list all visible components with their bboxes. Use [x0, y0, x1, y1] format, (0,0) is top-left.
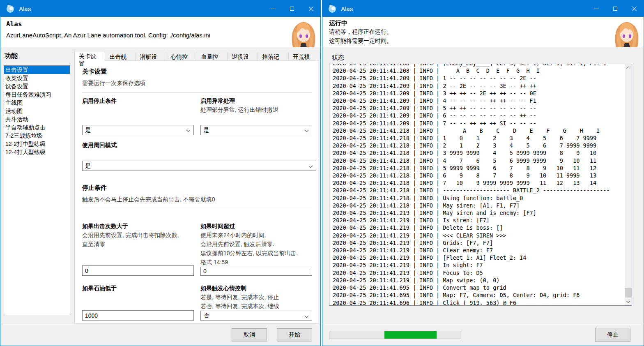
log-line: 2020-04-25 20:11:41.208 | INFO | A B C D…	[333, 67, 625, 74]
loop-mode-select[interactable]: 是	[82, 161, 316, 171]
window-title: Alas	[19, 5, 31, 12]
running-window: Alas 运行中 请稍等，程序正在运行。 这可能将需要一定时间。 状态	[322, 0, 644, 346]
minimize-button[interactable]	[264, 0, 283, 17]
sidebar-item[interactable]: 出击设置	[4, 66, 70, 74]
run-status-title: 运行中	[329, 19, 347, 27]
titlebar[interactable]: Alas	[322, 0, 644, 17]
log-box[interactable]: 2020-04-25 20:11:41.208 | INFO | [enemy_…	[329, 64, 632, 306]
log-scrollbar[interactable]	[625, 64, 632, 305]
maximize-button[interactable]	[283, 0, 301, 17]
close-button[interactable]	[301, 0, 320, 17]
log-line: 2020-04-25 20:11:41.209 | INFO | 3 ++ ++…	[333, 90, 625, 97]
log-content[interactable]: 2020-04-25 20:11:41.208 | INFO | [enemy_…	[329, 64, 625, 305]
scrollbar-thumb[interactable]	[625, 288, 632, 298]
log-line: 2020-04-25 20:11:41.219 | INFO | In sigh…	[333, 261, 625, 269]
sidebar-item[interactable]: 共斗活动	[4, 115, 70, 123]
function-listbox[interactable]: 出击设置 收菜设置 设备设置 每日任务困难演习 主线图 活动图 共斗活动 半自动…	[4, 65, 70, 315]
tab[interactable]: 退役设置	[228, 52, 258, 61]
start-button[interactable]: 开始	[277, 328, 312, 341]
enable-exception-select[interactable]: 是	[200, 125, 312, 135]
if-count-input[interactable]: 0	[82, 265, 194, 276]
tab[interactable]: 掉落记录	[258, 52, 288, 61]
log-line: 2020-04-25 20:11:41.209 | INFO | 2 -- 2E…	[333, 82, 625, 90]
log-line: 2020-04-25 20:11:41.696 | INFO | Click (…	[333, 299, 625, 306]
if-time-label: 如果时间超过	[200, 222, 312, 231]
log-line: 2020-04-25 20:11:41.208 | INFO | [enemy_…	[333, 64, 625, 67]
log-line: 2020-04-25 20:11:41.219 | INFO | <<< CLE…	[333, 232, 625, 239]
tab-strip[interactable]: 关卡设置 出击舰队 潜艇设置 心情控制 血量控制 退役设置 掉落记录 开荒模式	[74, 51, 319, 61]
tab[interactable]: 开荒模式	[289, 52, 319, 61]
footer-divider	[322, 324, 644, 324]
if-count-label: 如果出击次数大于	[82, 222, 194, 231]
stop-section-desc: 触发后不会马上停止会先完成当前出击, 不需要就填0	[82, 196, 312, 203]
maximize-button[interactable]	[606, 0, 625, 17]
cancel-button[interactable]: 取消	[232, 328, 267, 341]
if-oil-label: 如果石油低于	[82, 284, 194, 293]
tab[interactable]: 潜艇设置	[136, 52, 166, 61]
sidebar-item[interactable]: 每日任务困难演习	[4, 90, 70, 99]
log-line: 2020-04-25 20:11:41.218 | INFO | 1 0 1 2…	[333, 134, 625, 142]
run-status-line1: 请稍等，程序正在运行。	[329, 28, 392, 36]
log-line: 2020-04-25 20:11:41.695 | INFO | Map: F7…	[333, 291, 625, 299]
stop-button[interactable]: 停止	[595, 328, 630, 342]
section-desc: 需要运行一次来保存选项	[82, 80, 312, 87]
if-time-desc2: 会沿用先前设置, 触发后清零.	[200, 240, 312, 249]
if-time-input[interactable]: 0	[200, 267, 312, 276]
log-line: 2020-04-25 20:11:41.219 | INFO | May sir…	[333, 209, 625, 217]
if-oil-input[interactable]: 1000	[82, 310, 194, 321]
log-line: 2020-04-25 20:11:41.219 | INFO | Is sire…	[333, 217, 625, 224]
status-label: 状态	[332, 54, 344, 62]
log-line: 2020-04-25 20:11:41.209 | INFO | 1 -- --…	[333, 74, 625, 82]
loop-mode-label: 使用周回模式	[82, 141, 312, 150]
chevron-up-icon	[626, 67, 630, 71]
stop-section-title: 停止条件	[82, 184, 312, 192]
scroll-up-button[interactable]	[625, 64, 632, 71]
app-subtitle: AzurLaneAutoScript, An Azur Lane automat…	[6, 32, 210, 39]
avatar	[289, 18, 318, 47]
settings-tab-control: 关卡设置 出击舰队 潜艇设置 心情控制 血量控制 退役设置 掉落记录 开荒模式 …	[74, 51, 319, 324]
log-line: 2020-04-25 20:11:41.218 | INFO | 6 9 8 7…	[333, 172, 625, 179]
tab[interactable]: 关卡设置	[74, 51, 105, 61]
sidebar-item[interactable]: 7-2三战拣垃圾	[4, 131, 70, 140]
minimize-icon	[594, 9, 599, 9]
sidebar-item[interactable]: 主线图	[4, 99, 70, 107]
chevron-down-icon	[626, 299, 630, 303]
log-line: 2020-04-25 20:11:41.219 | INFO | Clear e…	[333, 247, 625, 254]
sidebar-item[interactable]: 12-4打大型练级	[4, 148, 70, 156]
close-button[interactable]	[625, 0, 644, 17]
titlebar[interactable]: Alas	[0, 0, 320, 17]
if-emotion-desc1: 若是, 等待回复, 完成本次, 停止	[200, 293, 312, 302]
tab[interactable]: 心情控制	[166, 52, 197, 61]
log-line: 2020-04-25 20:11:41.218 | INFO | May sir…	[333, 202, 625, 209]
tab[interactable]: 出击舰队	[105, 52, 136, 61]
sidebar-item[interactable]: 活动图	[4, 107, 70, 115]
enable-stop-select[interactable]: 是	[82, 125, 194, 135]
minimize-button[interactable]	[587, 0, 606, 17]
close-icon	[308, 6, 314, 12]
chevron-down-icon	[309, 164, 313, 168]
app-header: Alas AzurLaneAutoScript, An Azur Lane au…	[0, 17, 320, 48]
if-emotion-select[interactable]: 否	[200, 311, 312, 321]
enable-stop-value: 是	[85, 127, 91, 134]
log-line: 2020-04-25 20:11:41.218 | INFO | -------…	[333, 187, 625, 194]
alas-logo-icon	[6, 4, 15, 13]
log-line: 2020-04-25 20:11:41.219 | INFO | [Fleet_…	[333, 254, 625, 261]
chevron-down-icon	[305, 314, 309, 318]
enable-exception-value: 是	[203, 127, 209, 134]
log-line: 2020-04-25 20:11:41.218 | INFO | A B C D…	[333, 127, 625, 134]
app-title: Alas	[6, 20, 22, 28]
sidebar-item[interactable]: 半自动辅助点击	[4, 123, 70, 131]
scroll-down-button[interactable]	[625, 298, 632, 305]
tab[interactable]: 血量控制	[197, 52, 228, 61]
if-time-value: 0	[203, 268, 207, 274]
avatar	[612, 18, 642, 47]
sidebar-item[interactable]: 12-2打中型练级	[4, 140, 70, 148]
close-icon	[632, 6, 637, 12]
sidebar-item[interactable]: 设备设置	[4, 82, 70, 90]
divider	[82, 209, 312, 209]
log-line: 2020-04-25 20:11:41.219 | INFO | Map swi…	[333, 277, 625, 284]
sidebar-item[interactable]: 收菜设置	[4, 74, 70, 82]
if-count-desc1: 会沿用先前设置, 完成出击将扣除次数,	[82, 231, 194, 240]
log-line: 2020-04-25 20:11:41.219 | INFO | Focus t…	[333, 269, 625, 277]
log-line: 2020-04-25 20:11:41.218 | INFO | 5 9999 …	[333, 164, 625, 172]
